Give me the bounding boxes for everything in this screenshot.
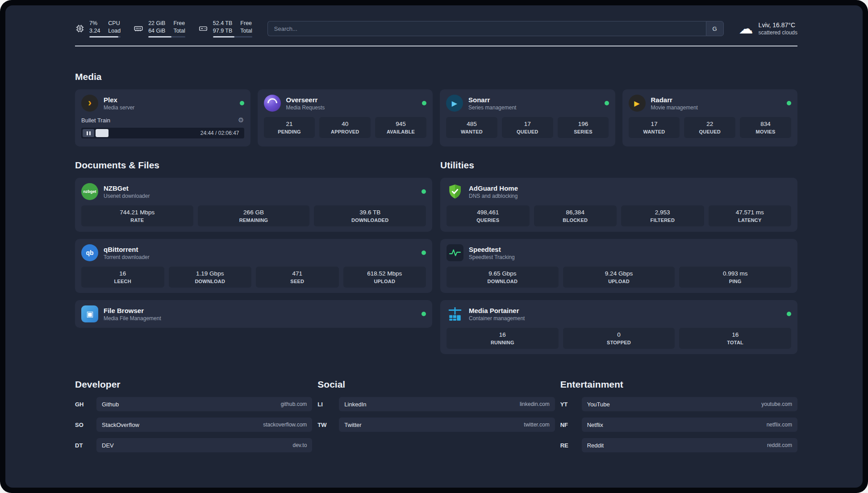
link-url: stackoverflow.com xyxy=(263,422,307,428)
link-linkedin[interactable]: LinkedIn linkedin.com xyxy=(339,397,555,411)
ram-progress-bar xyxy=(148,36,185,38)
stat-label: PENDING xyxy=(267,129,313,134)
app-name: AdGuard Home xyxy=(469,184,791,192)
stat-label: BLOCKED xyxy=(537,217,614,223)
link-row-twitter: TW Twitter twitter.com xyxy=(317,418,555,432)
app-subtitle: Usenet downloader xyxy=(104,193,416,199)
link-url: github.com xyxy=(281,401,307,407)
link-reddit[interactable]: Reddit reddit.com xyxy=(582,438,797,452)
app-name: Radarr xyxy=(651,96,782,104)
link-youtube[interactable]: YouTube youtube.com xyxy=(582,397,797,411)
disk-free-value: 52.4 TB xyxy=(213,20,233,27)
stat-label: SEED xyxy=(259,279,336,284)
link-twitter[interactable]: Twitter twitter.com xyxy=(339,418,555,432)
disk-label-1: Free xyxy=(240,20,252,27)
stat-value: 16 xyxy=(449,331,556,338)
link-url: reddit.com xyxy=(767,442,792,448)
stat-pending: 21 PENDING xyxy=(264,117,315,138)
app-subtitle: Movie management xyxy=(651,104,782,111)
stat-value: 2,953 xyxy=(624,209,701,216)
section-social: Social LI LinkedIn linkedin.com TW Twitt… xyxy=(317,379,555,452)
app-name: Sonarr xyxy=(468,96,599,104)
app-card-sonarr[interactable]: ▶ Sonarr Series management 485 WANTED 17… xyxy=(440,89,615,146)
app-card-speedtest[interactable]: Speedtest Speedtest Tracking 9.65 Gbps D… xyxy=(440,239,797,293)
app-card-qbittorrent[interactable]: qb qBittorrent Torrent downloader 16 LEE… xyxy=(75,239,432,293)
app-card-portainer[interactable]: Media Portainer Container management 16 … xyxy=(440,300,797,354)
header-divider xyxy=(75,46,797,46)
link-github[interactable]: Github github.com xyxy=(96,397,312,411)
link-name: LinkedIn xyxy=(344,401,366,408)
app-card-nzbget[interactable]: nzbget NZBGet Usenet downloader 744.21 M… xyxy=(75,178,432,232)
status-dot xyxy=(422,101,426,105)
speedtest-icon xyxy=(447,244,463,261)
stat-value: 1.19 Gbps xyxy=(171,270,249,277)
stat-upload: 618.52 Mbps UPLOAD xyxy=(343,267,426,288)
link-abbr: YT xyxy=(560,401,576,408)
link-stackoverflow[interactable]: StackOverflow stackoverflow.com xyxy=(96,418,312,432)
cpu-stats: 7% 3.24 CPU Load xyxy=(75,20,121,38)
link-abbr: SO xyxy=(75,422,90,428)
status-dot xyxy=(605,101,609,105)
weather-widget: ☁ Lviv, 16.87°C scattered clouds xyxy=(739,21,797,36)
stat-value: 0 xyxy=(566,331,672,338)
stat-upload: 9.24 Gbps UPLOAD xyxy=(563,267,675,288)
app-subtitle: Media server xyxy=(104,104,234,111)
app-card-plex[interactable]: › Plex Media server Bullet Train ⚙ xyxy=(75,89,250,146)
stat-label: LATENCY xyxy=(711,217,789,223)
app-name: qBittorrent xyxy=(104,246,416,253)
weather-condition: scattered clouds xyxy=(759,29,797,36)
link-abbr: NF xyxy=(560,422,576,428)
stat-value: 485 xyxy=(449,121,495,127)
now-playing-title: Bullet Train xyxy=(81,117,110,124)
stat-queries: 498,461 QUERIES xyxy=(447,205,530,226)
ram-stats: 22 GiB 64 GiB Free Total xyxy=(133,20,185,38)
link-name: Github xyxy=(102,401,119,408)
stat-value: 86,384 xyxy=(537,209,614,216)
stat-wanted: 17 WANTED xyxy=(629,117,680,138)
app-card-adguard[interactable]: AdGuard Home DNS and adblocking 498,461 … xyxy=(440,178,797,232)
stat-value: 471 xyxy=(259,270,336,277)
stat-label: REMAINING xyxy=(200,217,307,223)
stat-label: DOWNLOAD xyxy=(449,279,556,284)
link-name: Netflix xyxy=(587,422,603,428)
stat-label: UPLOAD xyxy=(346,279,424,284)
link-dev[interactable]: DEV dev.to xyxy=(96,438,312,452)
link-netflix[interactable]: Netflix netflix.com xyxy=(582,418,797,432)
disk-total-value: 97.9 TB xyxy=(213,27,233,35)
gear-icon[interactable]: ⚙ xyxy=(238,116,244,124)
stat-series: 196 SERIES xyxy=(558,117,609,138)
stat-label: RUNNING xyxy=(449,340,556,345)
disk-stats: 52.4 TB 97.9 TB Free Total xyxy=(198,20,252,38)
search-engine-button[interactable]: G xyxy=(706,21,724,36)
app-card-overseerr[interactable]: Overseerr Media Requests 21 PENDING 40 A… xyxy=(258,89,433,146)
adguard-icon xyxy=(447,183,463,200)
ram-total-value: 64 GiB xyxy=(148,27,165,35)
section-utilities: Utilities AdGuard Home xyxy=(440,160,797,354)
app-card-radarr[interactable]: ▶ Radarr Movie management 17 WANTED 22 Q… xyxy=(622,89,798,146)
stat-filtered: 2,953 FILTERED xyxy=(621,205,704,226)
sonarr-icon: ▶ xyxy=(446,95,463,112)
app-subtitle: Torrent downloader xyxy=(104,254,416,260)
stat-label: AVAILABLE xyxy=(378,129,424,134)
search-bar: G xyxy=(267,21,724,36)
stat-downloaded: 39.6 TB DOWNLOADED xyxy=(314,205,426,226)
link-name: DEV xyxy=(102,442,114,449)
stat-wanted: 485 WANTED xyxy=(446,117,497,138)
status-dot xyxy=(421,312,426,316)
seek-bar[interactable] xyxy=(96,129,197,137)
stat-rate: 744.21 Mbps RATE xyxy=(81,205,193,226)
link-row-stackoverflow: SO StackOverflow stackoverflow.com xyxy=(75,418,312,432)
stat-label: APPROVED xyxy=(322,129,368,134)
stat-label: UPLOAD xyxy=(566,279,672,284)
app-card-filebrowser[interactable]: ▣ File Browser Media File Management xyxy=(75,300,432,328)
search-input[interactable] xyxy=(267,21,706,36)
pause-button[interactable] xyxy=(83,129,94,137)
stat-queued: 22 QUEUED xyxy=(684,117,735,138)
disk-label-2: Total xyxy=(240,27,252,35)
stat-latency: 47.571 ms LATENCY xyxy=(709,205,792,226)
link-url: linkedin.com xyxy=(520,401,550,407)
weather-location: Lviv, 16.87°C xyxy=(759,21,797,29)
stat-value: 39.6 TB xyxy=(317,209,423,216)
app-name: Plex xyxy=(104,96,234,104)
window-frame: 7% 3.24 CPU Load xyxy=(0,0,868,493)
